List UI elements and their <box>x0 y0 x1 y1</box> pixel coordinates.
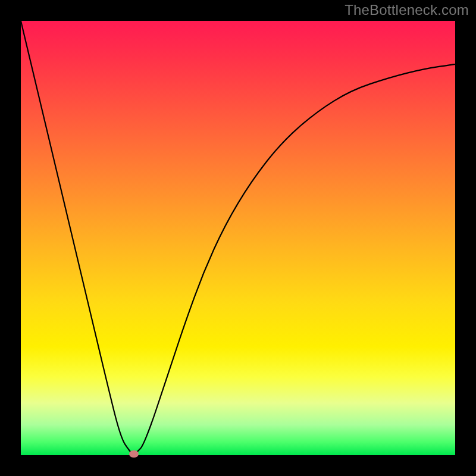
watermark-text: TheBottleneck.com <box>345 2 469 18</box>
bottleneck-curve <box>21 21 455 454</box>
curve-svg <box>21 21 455 455</box>
chart-container: TheBottleneck.com <box>0 0 476 476</box>
optimal-marker <box>129 450 139 458</box>
plot-area <box>21 21 455 455</box>
